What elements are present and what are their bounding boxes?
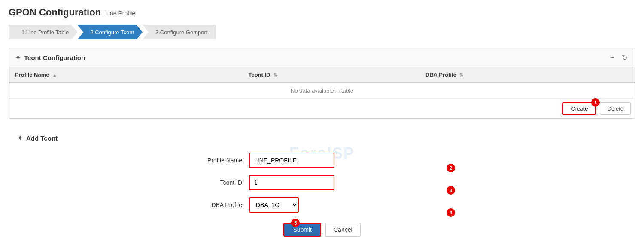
tcont-id-input[interactable] xyxy=(249,175,334,190)
tcont-id-row: Tcont ID 3 xyxy=(193,175,451,190)
dba-profile-row: DBA Profile DBA_1G DBA_2G DBA_512M 4 xyxy=(193,197,451,213)
page-subtitle: Line Profile xyxy=(105,10,135,17)
add-tcont-puzzle-icon: ✦ xyxy=(17,134,23,142)
cancel-button[interactable]: Cancel xyxy=(325,223,361,237)
tcont-config-card: ✦ Tcont Configuration − ↻ Profile Name ▲… xyxy=(9,48,635,119)
dba-profile-field-wrapper: DBA_1G DBA_2G DBA_512M 4 xyxy=(249,197,451,213)
page-title: GPON Configuration xyxy=(9,7,101,18)
submit-button[interactable]: Submit xyxy=(283,223,321,237)
table-header-row: Profile Name ▲ Tcont ID ⇅ DBA Profile ⇅ xyxy=(9,67,635,83)
tcont-config-header: ✦ Tcont Configuration − ↻ xyxy=(9,48,635,67)
refresh-button[interactable]: ↻ xyxy=(620,53,629,63)
wizard-step-3[interactable]: 3.Configure Gemport xyxy=(143,25,216,39)
sort-dba-profile-icon: ⇅ xyxy=(459,72,463,78)
wizard-step-3-label: 3.Configure Gemport xyxy=(155,29,207,36)
sort-tcont-id-icon: ⇅ xyxy=(273,72,277,78)
wizard-steps: 1.Line Profile Table 2.Configure Tcont 3… xyxy=(9,25,635,39)
tcont-config-title: ✦ Tcont Configuration xyxy=(15,54,85,62)
profile-name-field-wrapper: 2 xyxy=(249,153,451,168)
badge-4: 4 xyxy=(447,208,455,217)
profile-name-label: Profile Name xyxy=(193,157,249,164)
wizard-step-1-label: 1.Line Profile Table xyxy=(21,29,69,36)
form-buttons: 5 Submit Cancel xyxy=(283,223,360,237)
wizard-step-2-label: 2.Configure Tcont xyxy=(90,29,134,36)
section-actions: − ↻ xyxy=(608,53,629,63)
tcont-id-label: Tcont ID xyxy=(193,179,249,186)
badge-1: 1 xyxy=(591,98,600,107)
minimize-button[interactable]: − xyxy=(608,53,616,63)
dba-profile-select[interactable]: DBA_1G DBA_2G DBA_512M xyxy=(249,197,299,213)
col-profile-name: Profile Name ▲ xyxy=(9,67,242,83)
add-tcont-section: ✦ Add Tcont Foro|SP Profile Name 2 Tcont… xyxy=(9,127,635,243)
add-tcont-form: Profile Name 2 Tcont ID 3 DBA Profile xyxy=(17,153,627,237)
add-tcont-title: ✦ Add Tcont xyxy=(17,134,627,142)
col-dba-profile: DBA Profile ⇅ xyxy=(419,67,635,83)
add-tcont-title-text: Add Tcont xyxy=(26,135,58,142)
badge-3: 3 xyxy=(447,186,455,195)
dba-profile-label: DBA Profile xyxy=(193,201,249,208)
profile-name-row: Profile Name 2 xyxy=(193,153,451,168)
sort-profile-name-icon: ▲ xyxy=(52,72,57,78)
table-footer: Create 1 Delete xyxy=(9,99,635,118)
table-no-data-row: No data available in table xyxy=(9,83,635,99)
col-tcont-id: Tcont ID ⇅ xyxy=(242,67,419,83)
puzzle-icon: ✦ xyxy=(15,54,21,62)
badge-2: 2 xyxy=(447,164,455,172)
tcont-table: Profile Name ▲ Tcont ID ⇅ DBA Profile ⇅ … xyxy=(9,67,635,99)
wizard-step-1[interactable]: 1.Line Profile Table xyxy=(9,25,77,39)
delete-button[interactable]: Delete xyxy=(600,102,631,115)
tcont-id-field-wrapper: 3 xyxy=(249,175,451,190)
tcont-config-title-text: Tcont Configuration xyxy=(24,54,85,61)
profile-name-input[interactable] xyxy=(249,153,334,168)
no-data-cell: No data available in table xyxy=(9,83,635,99)
wizard-step-2[interactable]: 2.Configure Tcont xyxy=(77,25,143,39)
create-button-wrapper: Create 1 xyxy=(562,102,596,115)
page-header: GPON Configuration Line Profile xyxy=(9,7,635,18)
